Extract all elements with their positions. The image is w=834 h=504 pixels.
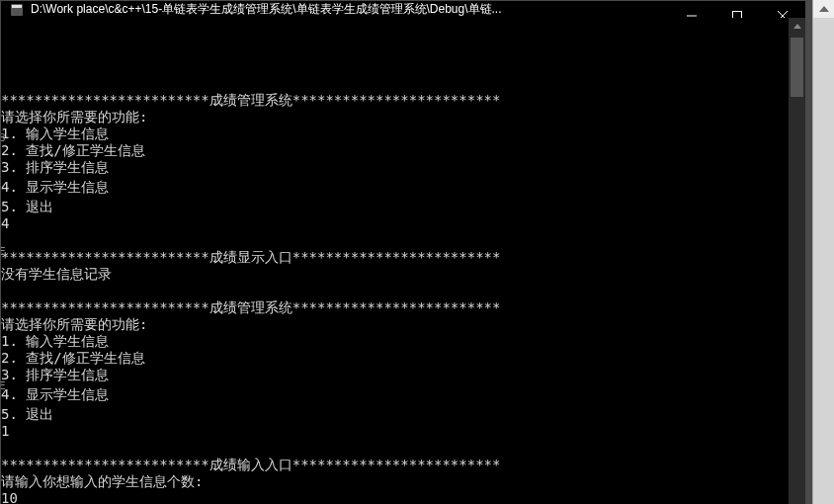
console-window: D:\Work place\c&c++\15-单链表学生成绩管理系统\单链表学生… — [0, 0, 806, 504]
gutter-mark: E — [1, 378, 6, 394]
console-line — [1, 232, 785, 249]
console-line: *************************成绩显示入口*********… — [1, 249, 785, 266]
console-line: 请选择你所需要的功能: — [1, 316, 785, 333]
console-line: 3. 排序学生信息 — [1, 367, 785, 383]
scroll-up-icon — [813, 0, 834, 18]
console-line: 5. 退出 — [1, 406, 785, 423]
console-line — [1, 440, 785, 457]
scroll-thumb[interactable] — [791, 38, 803, 97]
console-line: 5. 退出 — [1, 199, 785, 215]
console-line: *************************成绩管理系统*********… — [1, 299, 785, 316]
window-title: D:\Work place\c&c++\15-单链表学生成绩管理系统\单链表学生… — [31, 1, 502, 18]
console-line: 10 — [1, 490, 785, 504]
console-line — [1, 283, 785, 299]
outer-scroll-track — [813, 18, 834, 504]
console-output[interactable]: 8EE *************************成绩管理系统*****… — [1, 18, 789, 504]
gutter-mark: E — [1, 243, 6, 260]
outer-scrollbar[interactable] — [812, 0, 834, 504]
console-line: 请选择你所需要的功能: — [1, 109, 785, 126]
svg-rect-2 — [12, 5, 22, 8]
vertical-scrollbar[interactable] — [789, 18, 805, 504]
svg-marker-7 — [793, 24, 801, 29]
svg-marker-0 — [819, 6, 829, 12]
console-line: *************************成绩输入入口*********… — [1, 457, 785, 473]
console-line: 没有学生信息记录 — [1, 266, 785, 283]
app-icon — [9, 2, 25, 18]
console-line: 1 — [1, 423, 785, 440]
console-line: 请输入你想输入的学生信息个数: — [1, 473, 785, 490]
title-bar: D:\Work place\c&c++\15-单链表学生成绩管理系统\单链表学生… — [1, 1, 805, 18]
gutter-mark: 8 — [1, 129, 6, 146]
console-line: 4 — [1, 215, 785, 232]
scroll-up-icon — [789, 18, 805, 35]
console-line: 3. 排序学生信息 — [1, 159, 785, 176]
console-line: 2. 查找/修正学生信息 — [1, 350, 785, 367]
console-line: 1. 输入学生信息 — [1, 333, 785, 350]
console-line: 2. 查找/修正学生信息 — [1, 142, 785, 159]
console-line: 4. 显示学生信息 — [1, 179, 785, 196]
console-line: *************************成绩管理系统*********… — [1, 92, 785, 109]
console-line: 1. 输入学生信息 — [1, 126, 785, 142]
console-line: 4. 显示学生信息 — [1, 386, 785, 403]
